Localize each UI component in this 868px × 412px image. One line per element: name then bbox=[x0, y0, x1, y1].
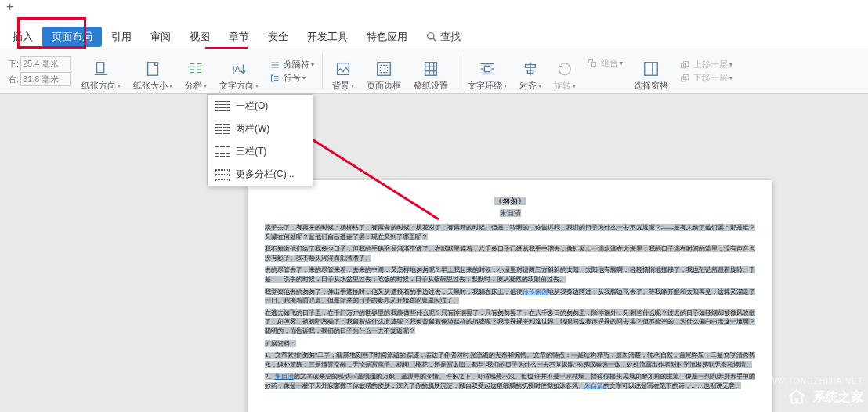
menu-special-apps[interactable]: 特色应用 bbox=[357, 27, 417, 47]
orientation-icon bbox=[92, 60, 110, 78]
menu-view[interactable]: 视图 bbox=[180, 27, 219, 47]
margin-bottom-label: 下: bbox=[5, 58, 19, 70]
one-column-icon bbox=[215, 101, 230, 112]
rotate-icon bbox=[556, 60, 573, 78]
breaks-button[interactable]: 分隔符▾ bbox=[269, 59, 314, 70]
paragraph: 1、文章紧扣"匆匆"二字，细腻地刻画了时间流逝的踪迹，表达了作者对时光流逝的无奈… bbox=[265, 351, 755, 369]
paper-size-icon bbox=[144, 60, 161, 78]
background-button[interactable]: 背景▾ bbox=[326, 51, 360, 92]
svg-rect-35 bbox=[645, 63, 658, 76]
svg-line-1 bbox=[433, 38, 436, 42]
menu-bar: 插入 页面布局 引用 审阅 视图 章节 安全 开发工具 特色应用 查找 bbox=[0, 25, 868, 49]
bring-forward-button[interactable]: 上移一层▾ bbox=[679, 59, 732, 70]
margin-bottom-input[interactable] bbox=[20, 56, 71, 70]
svg-rect-13 bbox=[272, 75, 273, 81]
menu-review[interactable]: 审阅 bbox=[141, 27, 180, 47]
svg-text:|A: |A bbox=[233, 64, 241, 74]
svg-rect-2 bbox=[97, 63, 104, 73]
paragraph: 2、朱自清的文字读来总的感动不是缓缓的万般，是源寻的亲情。许多之下，可谓感受不浅… bbox=[265, 372, 755, 390]
line-numbers-button[interactable]: 行号▾ bbox=[269, 72, 314, 84]
bring-forward-icon bbox=[679, 60, 690, 70]
margin-right-label: 右: bbox=[5, 74, 19, 85]
breaks-icon bbox=[269, 60, 280, 70]
manuscript-button[interactable]: 稿纸设置 bbox=[407, 51, 454, 92]
columns-more-item[interactable]: 更多分栏(C)... bbox=[208, 163, 313, 186]
group-button[interactable]: 组合▾ bbox=[587, 57, 623, 69]
text-direction-icon: |A bbox=[230, 60, 248, 78]
document-page[interactable]: 《匆匆》 朱自清 燕子去了，有再来的时候；杨柳枯了，有再青的时候；桃花谢了，有再… bbox=[248, 180, 772, 412]
link-lingling[interactable]: 伶伶俐俐 bbox=[523, 288, 548, 295]
menu-references[interactable]: 引用 bbox=[102, 27, 141, 47]
margin-right-input[interactable] bbox=[20, 72, 71, 86]
page-border-icon bbox=[375, 60, 392, 78]
menu-insert[interactable]: 插入 bbox=[3, 27, 42, 47]
paper-size-button[interactable]: 纸张大小▾ bbox=[127, 51, 179, 92]
page-border-button[interactable]: 页面边框 bbox=[360, 51, 407, 92]
doc-author: 朱自清 bbox=[265, 208, 755, 219]
align-icon bbox=[522, 60, 539, 78]
document-canvas: 《匆匆》 朱自清 燕子去了，有再来的时候；杨柳枯了，有再青的时候；桃花谢了，有再… bbox=[0, 94, 868, 412]
more-columns-icon bbox=[215, 169, 230, 180]
paragraph: 扩展资料： bbox=[265, 339, 755, 349]
columns-icon bbox=[187, 60, 204, 78]
send-backward-button[interactable]: 下移一层▾ bbox=[679, 72, 732, 84]
columns-button[interactable]: 分栏▾ bbox=[179, 51, 213, 92]
text-wrap-icon bbox=[479, 60, 496, 78]
ribbon: 下: 右: 纸张方向▾ 纸张大小▾ 分栏▾ |A 文字方向▾ 分隔符▾ 行号▾ bbox=[0, 49, 868, 94]
doc-title: 《匆匆》 bbox=[265, 196, 755, 207]
columns-two-item[interactable]: 两栏(W) bbox=[208, 117, 313, 140]
background-icon bbox=[335, 60, 352, 78]
text-direction-button[interactable]: |A 文字方向▾ bbox=[213, 51, 265, 92]
menu-chapter[interactable]: 章节 bbox=[219, 27, 259, 47]
selection-pane-button[interactable]: 选择窗格 bbox=[627, 51, 675, 92]
manuscript-icon bbox=[422, 60, 439, 78]
rotate-button[interactable]: 旋转▾ bbox=[548, 51, 582, 92]
text-wrap-button[interactable]: 文字环绕▾ bbox=[461, 51, 513, 92]
paragraph: 去的尽管去了，来的尽管来着，去来的中间，又怎样地匆匆呢？早上我起来的时候，小屋里… bbox=[265, 266, 755, 284]
send-backward-icon bbox=[679, 74, 690, 83]
link-zhuziqing[interactable]: 朱自清 bbox=[584, 382, 603, 389]
margin-spinner-group: 下: 右: bbox=[5, 56, 71, 86]
link-zhuziqing[interactable]: 朱自清 bbox=[275, 373, 294, 380]
menu-security[interactable]: 安全 bbox=[259, 27, 298, 47]
align-button[interactable]: 对齐▾ bbox=[513, 51, 548, 92]
three-column-icon bbox=[215, 146, 230, 157]
paragraph: 在逃去如飞的日子里，在千门万户的世界里的我能做些什么呢？只有徘徊罢了，只有匆匆罢… bbox=[265, 309, 755, 336]
menu-devtools[interactable]: 开发工具 bbox=[298, 27, 357, 47]
svg-rect-3 bbox=[148, 63, 158, 76]
search-box[interactable]: 查找 bbox=[426, 30, 461, 44]
line-numbers-icon bbox=[269, 74, 280, 83]
separator bbox=[458, 54, 458, 89]
svg-rect-18 bbox=[378, 63, 391, 76]
selection-pane-icon bbox=[642, 60, 660, 78]
orientation-button[interactable]: 纸张方向▾ bbox=[75, 51, 127, 92]
paragraph: 我不知道他们给了我多少日子；但我的手确乎是渐渐空虚了。在默默里算着，八千多日子已… bbox=[265, 244, 755, 262]
svg-rect-25 bbox=[484, 66, 490, 71]
columns-one-item[interactable]: 一栏(O) bbox=[208, 95, 313, 117]
group-icon bbox=[587, 58, 598, 67]
search-label: 查找 bbox=[440, 30, 461, 44]
columns-dropdown: 一栏(O) 两栏(W) 三栏(T) 更多分栏(C)... bbox=[207, 94, 313, 186]
svg-rect-20 bbox=[425, 63, 437, 76]
separator bbox=[322, 54, 323, 89]
two-column-icon bbox=[215, 124, 230, 135]
paragraph: 我觉察他去的匆匆了，伸出手遮挽时，他又从遮挽着的手边过去，天黑时，我躺在床上，他… bbox=[265, 287, 755, 305]
menu-page-layout[interactable]: 页面布局 bbox=[42, 27, 102, 47]
search-icon bbox=[426, 31, 437, 42]
columns-three-item[interactable]: 三栏(T) bbox=[208, 140, 313, 163]
svg-rect-19 bbox=[380, 65, 387, 72]
svg-point-0 bbox=[428, 33, 434, 39]
new-tab-button[interactable]: + bbox=[6, 0, 13, 14]
paragraph: 燕子去了，有再来的时候；杨柳枯了，有再青的时候；桃花谢了，有再开的时候。但是，聪… bbox=[265, 223, 755, 241]
